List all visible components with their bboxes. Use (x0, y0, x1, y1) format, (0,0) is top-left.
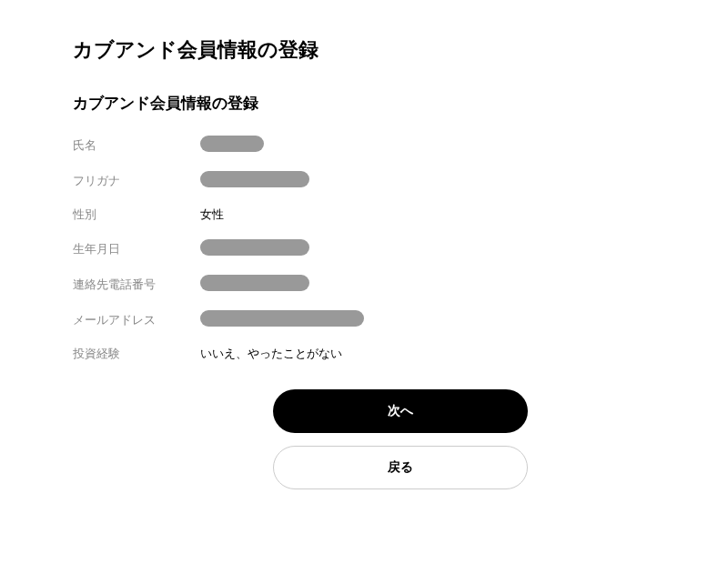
label-birthdate: 生年月日 (73, 241, 200, 257)
label-gender: 性別 (73, 206, 200, 223)
row-email: メールアドレス (73, 310, 655, 329)
value-investment-experience: いいえ、やったことがない (200, 346, 342, 362)
row-furigana: フリガナ (73, 171, 655, 190)
row-gender: 性別 女性 (73, 206, 655, 223)
row-name: 氏名 (73, 136, 655, 155)
label-email: メールアドレス (73, 312, 200, 328)
row-birthdate: 生年月日 (73, 239, 655, 258)
value-phone (200, 275, 309, 294)
redacted-phone (200, 275, 309, 291)
label-furigana: フリガナ (73, 173, 200, 189)
redacted-name (200, 136, 264, 152)
label-name: 氏名 (73, 137, 200, 154)
back-button[interactable]: 戻る (273, 446, 528, 489)
value-gender: 女性 (200, 206, 224, 223)
row-phone: 連絡先電話番号 (73, 275, 655, 294)
label-phone: 連絡先電話番号 (73, 277, 200, 293)
label-investment-experience: 投資経験 (73, 346, 200, 362)
value-name (200, 136, 264, 155)
redacted-email (200, 310, 364, 327)
row-investment-experience: 投資経験 いいえ、やったことがない (73, 346, 655, 362)
value-birthdate (200, 239, 309, 258)
next-button[interactable]: 次へ (273, 389, 528, 433)
redacted-furigana (200, 171, 309, 187)
value-email (200, 310, 364, 329)
form-rows: 氏名 フリガナ 性別 女性 生年月日 連絡先電話番号 メールアドレス 投資経験 … (73, 136, 655, 362)
redacted-birthdate (200, 239, 309, 256)
button-group: 次へ 戻る (146, 389, 655, 489)
page-title: カブアンド会員情報の登録 (73, 36, 655, 64)
value-furigana (200, 171, 309, 190)
section-title: カブアンド会員情報の登録 (73, 93, 655, 114)
